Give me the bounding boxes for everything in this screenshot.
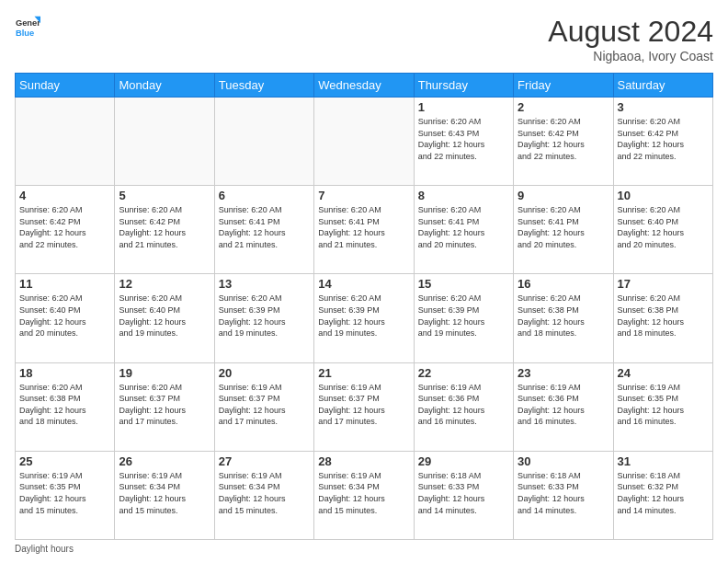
calendar-cell: 27Sunrise: 6:19 AMSunset: 6:34 PMDayligh… <box>214 451 313 539</box>
day-info: Sunrise: 6:20 AMSunset: 6:41 PMDaylight:… <box>318 204 409 250</box>
calendar-cell <box>214 98 313 186</box>
day-number: 21 <box>318 366 409 380</box>
day-number: 13 <box>219 277 310 291</box>
day-info: Sunrise: 6:18 AMSunset: 6:33 PMDaylight:… <box>418 470 509 516</box>
day-number: 24 <box>618 366 709 380</box>
calendar-cell: 9Sunrise: 6:20 AMSunset: 6:41 PMDaylight… <box>514 186 613 274</box>
day-info: Sunrise: 6:20 AMSunset: 6:42 PMDaylight:… <box>19 204 110 250</box>
calendar-cell: 20Sunrise: 6:19 AMSunset: 6:37 PMDayligh… <box>214 362 313 451</box>
calendar-cell: 28Sunrise: 6:19 AMSunset: 6:34 PMDayligh… <box>314 451 414 539</box>
logo: General Blue General Blue <box>15 15 40 40</box>
calendar-cell: 24Sunrise: 6:19 AMSunset: 6:35 PMDayligh… <box>613 362 712 451</box>
calendar-cell: 3Sunrise: 6:20 AMSunset: 6:42 PMDaylight… <box>613 98 712 186</box>
day-number: 8 <box>418 189 509 202</box>
day-number: 2 <box>518 100 609 114</box>
calendar-table: Sunday Monday Tuesday Wednesday Thursday… <box>15 73 713 540</box>
day-info: Sunrise: 6:19 AMSunset: 6:36 PMDaylight:… <box>518 382 609 428</box>
calendar-week-5: 25Sunrise: 6:19 AMSunset: 6:35 PMDayligh… <box>16 451 713 539</box>
day-info: Sunrise: 6:20 AMSunset: 6:38 PMDaylight:… <box>618 293 709 339</box>
day-number: 29 <box>418 454 509 468</box>
day-info: Sunrise: 6:19 AMSunset: 6:37 PMDaylight:… <box>219 382 310 428</box>
calendar-week-1: 1Sunrise: 6:20 AMSunset: 6:43 PMDaylight… <box>16 98 713 186</box>
day-info: Sunrise: 6:19 AMSunset: 6:34 PMDaylight:… <box>119 470 210 516</box>
day-info: Sunrise: 6:20 AMSunset: 6:40 PMDaylight:… <box>119 293 210 339</box>
day-number: 5 <box>119 189 210 202</box>
day-info: Sunrise: 6:20 AMSunset: 6:39 PMDaylight:… <box>418 293 509 339</box>
day-number: 28 <box>318 454 409 468</box>
day-number: 16 <box>518 277 609 291</box>
col-wednesday: Wednesday <box>314 74 414 98</box>
day-number: 3 <box>618 100 709 114</box>
month-year: August 2024 <box>548 15 713 49</box>
calendar-cell: 7Sunrise: 6:20 AMSunset: 6:41 PMDaylight… <box>314 186 414 274</box>
day-number: 1 <box>418 100 509 114</box>
col-monday: Monday <box>115 74 214 98</box>
col-tuesday: Tuesday <box>214 74 313 98</box>
day-info: Sunrise: 6:18 AMSunset: 6:32 PMDaylight:… <box>618 470 709 516</box>
day-number: 7 <box>318 189 409 202</box>
day-number: 22 <box>418 366 509 380</box>
calendar-cell: 25Sunrise: 6:19 AMSunset: 6:35 PMDayligh… <box>16 451 115 539</box>
calendar-cell: 23Sunrise: 6:19 AMSunset: 6:36 PMDayligh… <box>514 362 613 451</box>
calendar-cell: 14Sunrise: 6:20 AMSunset: 6:39 PMDayligh… <box>314 274 414 362</box>
calendar-week-4: 18Sunrise: 6:20 AMSunset: 6:38 PMDayligh… <box>16 362 713 451</box>
page: General Blue General Blue August 2024 Ni… <box>0 0 728 563</box>
calendar-cell: 5Sunrise: 6:20 AMSunset: 6:42 PMDaylight… <box>115 186 214 274</box>
calendar-cell: 16Sunrise: 6:20 AMSunset: 6:38 PMDayligh… <box>514 274 613 362</box>
calendar-cell: 2Sunrise: 6:20 AMSunset: 6:42 PMDaylight… <box>514 98 613 186</box>
day-number: 11 <box>19 277 110 291</box>
day-info: Sunrise: 6:20 AMSunset: 6:41 PMDaylight:… <box>418 204 509 250</box>
calendar-cell: 26Sunrise: 6:19 AMSunset: 6:34 PMDayligh… <box>115 451 214 539</box>
calendar-cell: 15Sunrise: 6:20 AMSunset: 6:39 PMDayligh… <box>414 274 513 362</box>
day-info: Sunrise: 6:20 AMSunset: 6:38 PMDaylight:… <box>518 293 609 339</box>
col-saturday: Saturday <box>613 74 712 98</box>
day-info: Sunrise: 6:20 AMSunset: 6:40 PMDaylight:… <box>19 293 110 339</box>
day-info: Sunrise: 6:18 AMSunset: 6:33 PMDaylight:… <box>518 470 609 516</box>
day-info: Sunrise: 6:19 AMSunset: 6:37 PMDaylight:… <box>318 382 409 428</box>
day-number: 31 <box>618 454 709 468</box>
calendar-cell: 18Sunrise: 6:20 AMSunset: 6:38 PMDayligh… <box>16 362 115 451</box>
day-info: Sunrise: 6:19 AMSunset: 6:35 PMDaylight:… <box>19 470 110 516</box>
calendar-cell: 12Sunrise: 6:20 AMSunset: 6:40 PMDayligh… <box>115 274 214 362</box>
calendar-cell <box>115 98 214 186</box>
day-info: Sunrise: 6:20 AMSunset: 6:42 PMDaylight:… <box>618 116 709 162</box>
calendar-cell: 4Sunrise: 6:20 AMSunset: 6:42 PMDaylight… <box>16 186 115 274</box>
day-info: Sunrise: 6:20 AMSunset: 6:43 PMDaylight:… <box>418 116 509 162</box>
day-number: 25 <box>19 454 110 468</box>
calendar-cell: 6Sunrise: 6:20 AMSunset: 6:41 PMDaylight… <box>214 186 313 274</box>
day-number: 23 <box>518 366 609 380</box>
svg-text:Blue: Blue <box>16 29 34 38</box>
daylight-label: Daylight hours <box>15 544 74 554</box>
location: Nigbaoa, Ivory Coast <box>548 49 713 63</box>
day-info: Sunrise: 6:19 AMSunset: 6:34 PMDaylight:… <box>219 470 310 516</box>
day-number: 6 <box>219 189 310 202</box>
footer: Daylight hours <box>15 544 713 554</box>
calendar-cell <box>16 98 115 186</box>
calendar-cell: 11Sunrise: 6:20 AMSunset: 6:40 PMDayligh… <box>16 274 115 362</box>
logo-icon: General Blue <box>15 15 40 40</box>
svg-text:General: General <box>16 18 40 28</box>
calendar-cell: 1Sunrise: 6:20 AMSunset: 6:43 PMDaylight… <box>414 98 513 186</box>
col-friday: Friday <box>514 74 613 98</box>
day-info: Sunrise: 6:20 AMSunset: 6:42 PMDaylight:… <box>518 116 609 162</box>
calendar-cell: 30Sunrise: 6:18 AMSunset: 6:33 PMDayligh… <box>514 451 613 539</box>
calendar-cell: 13Sunrise: 6:20 AMSunset: 6:39 PMDayligh… <box>214 274 313 362</box>
calendar-cell <box>314 98 414 186</box>
day-number: 12 <box>119 277 210 291</box>
calendar-cell: 17Sunrise: 6:20 AMSunset: 6:38 PMDayligh… <box>613 274 712 362</box>
calendar-week-3: 11Sunrise: 6:20 AMSunset: 6:40 PMDayligh… <box>16 274 713 362</box>
day-number: 19 <box>119 366 210 380</box>
header: General Blue General Blue August 2024 Ni… <box>15 15 713 63</box>
day-number: 17 <box>618 277 709 291</box>
day-info: Sunrise: 6:19 AMSunset: 6:34 PMDaylight:… <box>318 470 409 516</box>
day-info: Sunrise: 6:20 AMSunset: 6:39 PMDaylight:… <box>219 293 310 339</box>
day-number: 27 <box>219 454 310 468</box>
calendar-cell: 19Sunrise: 6:20 AMSunset: 6:37 PMDayligh… <box>115 362 214 451</box>
calendar-cell: 8Sunrise: 6:20 AMSunset: 6:41 PMDaylight… <box>414 186 513 274</box>
day-info: Sunrise: 6:19 AMSunset: 6:36 PMDaylight:… <box>418 382 509 428</box>
title-block: August 2024 Nigbaoa, Ivory Coast <box>548 15 713 63</box>
day-number: 18 <box>19 366 110 380</box>
calendar-cell: 22Sunrise: 6:19 AMSunset: 6:36 PMDayligh… <box>414 362 513 451</box>
day-number: 20 <box>219 366 310 380</box>
day-number: 10 <box>618 189 709 202</box>
